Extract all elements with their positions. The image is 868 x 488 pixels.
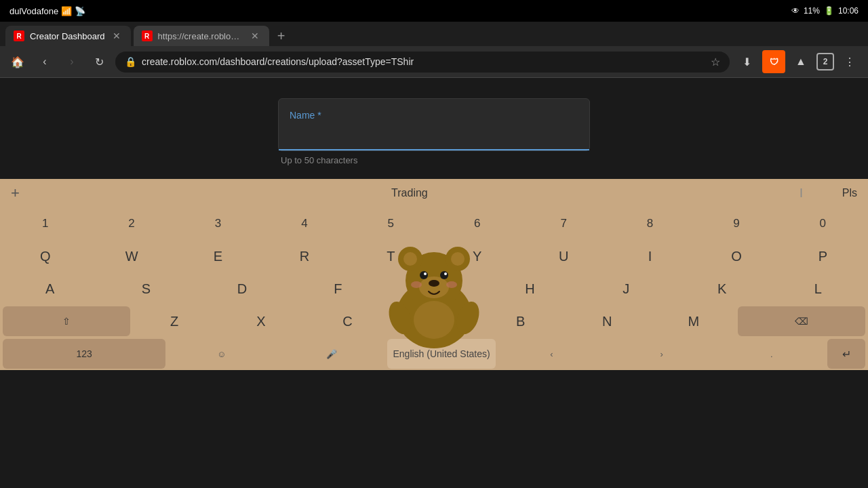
key-q[interactable]: Q [3, 241, 87, 271]
tab-close-2[interactable]: ✕ [249, 30, 261, 42]
carrier-text: dulVodafone [9, 6, 58, 16]
numbers-key[interactable]: 123 [3, 339, 165, 369]
key-e[interactable]: E [176, 241, 260, 271]
key-t[interactable]: T [349, 241, 433, 271]
key-p[interactable]: P [781, 241, 865, 271]
main-content: Name * Up to 50 characters [0, 78, 868, 179]
key-x[interactable]: X [218, 306, 304, 336]
key-n[interactable]: N [564, 306, 650, 336]
label-text: Name [290, 110, 315, 121]
time-text: 10:06 [838, 6, 859, 16]
tab-favicon-1: R [14, 30, 24, 41]
browser-actions: ⬇ 🛡 ▲ 2 ⋮ [735, 50, 861, 73]
shift-key[interactable]: ⇧ [3, 306, 130, 336]
key-j[interactable]: J [578, 274, 673, 304]
required-asterisk: * [317, 110, 321, 121]
key-f[interactable]: F [291, 274, 386, 304]
wifi-icon: 📡 [75, 6, 85, 16]
chevron-right-key[interactable]: › [607, 339, 715, 369]
brave-shield-button[interactable]: 🛡 [762, 50, 785, 73]
key-g[interactable]: G [387, 274, 481, 304]
prediction-center[interactable]: Trading [20, 187, 800, 199]
prediction-right[interactable]: Pls [803, 187, 857, 199]
lock-icon: 🔒 [125, 56, 136, 67]
key-d[interactable]: D [195, 274, 290, 304]
number-row: 1 2 3 4 5 6 7 8 9 0 [0, 207, 868, 240]
key-8[interactable]: 8 [608, 209, 692, 239]
name-form-field: Name * [278, 98, 590, 151]
url-bar[interactable]: 🔒 create.roblox.com/dashboard/creations/… [115, 52, 730, 73]
key-b[interactable]: B [478, 306, 564, 336]
mic-key[interactable]: 🎤 [277, 339, 386, 369]
field-underline [279, 149, 589, 150]
tab-bar: R Creator Dashboard ✕ R https://create.r… [0, 22, 868, 46]
period-key[interactable]: . [717, 339, 826, 369]
signal-icon: 📶 [61, 6, 72, 16]
key-o[interactable]: O [694, 241, 778, 271]
status-bar: dulVodafone 📶 📡 👁 11% 🔋 10:06 [0, 0, 868, 22]
key-m[interactable]: M [651, 306, 736, 336]
key-5[interactable]: 5 [349, 209, 433, 239]
return-key[interactable]: ↵ [827, 339, 865, 369]
key-4[interactable]: 4 [262, 209, 347, 239]
asdf-row: A S D F G H J K L [0, 272, 868, 305]
key-0[interactable]: 0 [781, 209, 865, 239]
reload-button[interactable]: ↻ [88, 51, 110, 73]
browser-chrome: R Creator Dashboard ✕ R https://create.r… [0, 22, 868, 78]
tab-creator-dashboard[interactable]: R Creator Dashboard ✕ [5, 26, 131, 46]
key-h[interactable]: H [483, 274, 578, 304]
battery-icon: 🔋 [824, 6, 834, 16]
battery-text: 11% [804, 6, 820, 16]
zxcv-row: ⇧ Z X C V B N M ⌫ [0, 305, 868, 338]
forward-button[interactable]: › [61, 51, 83, 73]
keyboard: + Trading I Pls 1 2 3 4 5 6 7 8 9 0 Q W … [0, 179, 868, 370]
back-button[interactable]: ‹ [34, 51, 56, 73]
tab-title-1: Creator Dashboard [30, 31, 105, 41]
key-2[interactable]: 2 [89, 209, 174, 239]
key-v[interactable]: V [391, 306, 477, 336]
key-9[interactable]: 9 [694, 209, 778, 239]
key-r[interactable]: R [262, 241, 347, 271]
space-key[interactable]: English (United States) [387, 339, 496, 369]
field-hint: Up to 50 characters [278, 155, 590, 165]
key-k[interactable]: K [675, 274, 770, 304]
key-6[interactable]: 6 [435, 209, 519, 239]
status-left: dulVodafone 📶 📡 [9, 6, 85, 16]
key-i[interactable]: I [608, 241, 692, 271]
qwerty-row: Q W E R T Y U I O P [0, 240, 868, 272]
url-text[interactable]: create.roblox.com/dashboard/creations/up… [142, 56, 705, 67]
tab-roblox-create[interactable]: R https://create.roblox.com/de... ✕ [134, 26, 269, 46]
key-y[interactable]: Y [435, 241, 519, 271]
name-input[interactable] [290, 126, 578, 149]
keyboard-plus-button[interactable]: + [11, 184, 20, 202]
status-right: 👁 11% 🔋 10:06 [791, 6, 859, 16]
brave-rewards-button[interactable]: ▲ [789, 50, 812, 73]
key-w[interactable]: W [89, 241, 174, 271]
tab-title-2: https://create.roblox.com/de... [158, 31, 243, 41]
key-u[interactable]: U [521, 241, 606, 271]
chevron-left-key[interactable]: ‹ [497, 339, 606, 369]
eye-icon: 👁 [791, 6, 800, 16]
field-label: Name * [290, 110, 578, 121]
menu-button[interactable]: ⋮ [838, 50, 861, 73]
key-s[interactable]: S [99, 274, 194, 304]
tab-favicon-2: R [142, 30, 153, 41]
key-1[interactable]: 1 [3, 209, 87, 239]
keyboard-predictions-bar: + Trading I Pls [0, 179, 868, 207]
bookmark-icon[interactable]: ☆ [711, 56, 720, 68]
address-bar: 🏠 ‹ › ↻ 🔒 create.roblox.com/dashboard/cr… [0, 46, 868, 77]
tabs-count-button[interactable]: 2 [816, 53, 834, 70]
key-7[interactable]: 7 [521, 209, 606, 239]
key-3[interactable]: 3 [176, 209, 260, 239]
backspace-key[interactable]: ⌫ [738, 306, 865, 336]
key-a[interactable]: A [3, 274, 98, 304]
bottom-row: 123 ☺ 🎤 English (United States) ‹ › . ↵ [0, 338, 868, 370]
key-z[interactable]: Z [132, 306, 217, 336]
key-c[interactable]: C [305, 306, 391, 336]
home-button[interactable]: 🏠 [7, 51, 28, 73]
emoji-key[interactable]: ☺ [167, 339, 275, 369]
tab-close-1[interactable]: ✕ [111, 30, 123, 42]
key-l[interactable]: L [770, 274, 865, 304]
download-button[interactable]: ⬇ [735, 50, 758, 73]
add-tab-button[interactable]: + [272, 26, 291, 45]
